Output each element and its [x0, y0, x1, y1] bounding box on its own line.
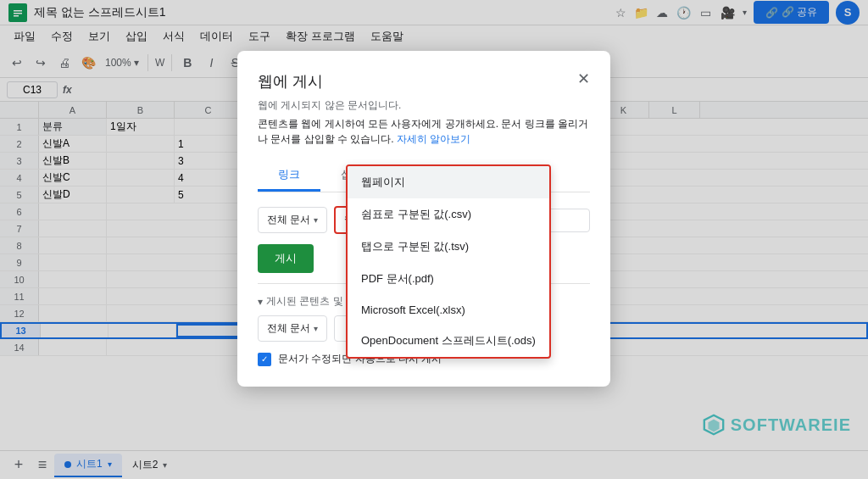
dialog-subtitle: 웹에 게시되지 않은 문서입니다. — [258, 98, 590, 113]
auto-republish-checkbox[interactable]: ✓ — [258, 353, 271, 366]
format-option-xlsx[interactable]: Microsoft Excel(.xlsx) — [348, 295, 549, 325]
document-dropdown[interactable]: 전체 문서 ▾ — [258, 207, 327, 233]
format-option-pdf[interactable]: PDF 문서(.pdf) — [348, 263, 549, 295]
section-arrow: ▾ — [258, 296, 263, 308]
document-dropdown-label: 전체 문서 — [267, 213, 310, 227]
dialog-close-button[interactable]: ✕ — [577, 71, 590, 86]
dialog-title: 웹에 게시 — [258, 71, 323, 92]
content-dropdown-label: 전체 문서 — [267, 321, 310, 336]
tab-link[interactable]: 링크 — [258, 160, 320, 192]
format-option-csv[interactable]: 쉼표로 구분된 값(.csv) — [348, 198, 549, 231]
dialog-description: 콘텐츠를 웹에 게시하여 모든 사용자에게 공개하세요. 문서 링크를 올리거나… — [258, 116, 590, 147]
learn-more-link[interactable]: 자세히 알아보기 — [397, 133, 470, 145]
content-dropdown-arrow: ▾ — [314, 324, 318, 333]
format-dropdown-menu: 웹페이지 쉼표로 구분된 값(.csv) 탭으로 구분된 값(.tsv) PDF… — [346, 164, 551, 359]
document-dropdown-arrow: ▾ — [314, 215, 318, 225]
format-option-tsv[interactable]: 탭으로 구분된 값(.tsv) — [348, 231, 549, 263]
publish-button[interactable]: 게시 — [258, 244, 314, 273]
content-dropdown[interactable]: 전체 문서 ▾ — [258, 315, 327, 342]
dialog-header: 웹에 게시 ✕ — [258, 71, 590, 92]
format-option-ods[interactable]: OpenDocument 스프레드시트(.ods) — [348, 325, 549, 357]
format-option-webpage[interactable]: 웹페이지 — [348, 166, 549, 198]
format-dropdown-menu-border: 웹페이지 쉼표로 구분된 값(.csv) 탭으로 구분된 값(.tsv) PDF… — [346, 164, 551, 359]
